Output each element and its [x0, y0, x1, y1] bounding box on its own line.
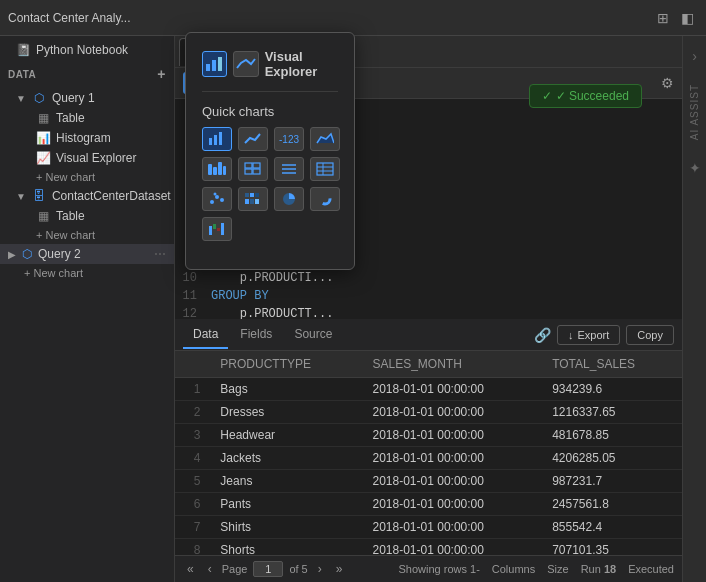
- svg-rect-5: [219, 132, 222, 145]
- row-num: 4: [175, 447, 208, 470]
- visual-explorer-title: Visual Explorer: [265, 49, 338, 79]
- svg-rect-17: [317, 163, 333, 175]
- svg-point-24: [214, 193, 217, 196]
- prev-page-btn[interactable]: ‹: [204, 560, 216, 578]
- svg-rect-8: [218, 162, 222, 175]
- svg-rect-6: [208, 164, 212, 175]
- ai-assist-panel: › AI ASSIST ✦: [682, 36, 706, 582]
- results-table-wrapper[interactable]: PRODUCTTYPE SALES_MONTH TOTAL_SALES 1 Ba…: [175, 351, 682, 555]
- cell-total-sales: 1216337.65: [540, 401, 682, 424]
- settings-icon-btn[interactable]: ⚙: [661, 75, 674, 91]
- sidebar-item-dataset[interactable]: ▼ 🗄 ContactCenterDataset: [0, 186, 174, 206]
- col-producttype[interactable]: PRODUCTTYPE: [208, 351, 360, 378]
- donut-chart-btn[interactable]: [310, 187, 340, 211]
- table1-icon: ▦: [36, 111, 50, 125]
- export-button[interactable]: ↓ Export: [557, 325, 620, 345]
- col-sales-month[interactable]: SALES_MONTH: [360, 351, 540, 378]
- svg-rect-12: [245, 169, 252, 174]
- sidebar-item-query2[interactable]: ▶ ⬡ Query 2 ⋯: [0, 244, 174, 264]
- line-chart-btn[interactable]: [238, 127, 268, 151]
- svg-rect-4: [214, 135, 217, 145]
- svg-point-21: [210, 200, 214, 204]
- collapse-right-btn[interactable]: ›: [688, 44, 701, 68]
- heatmap-chart-btn[interactable]: [238, 187, 268, 211]
- cell-total-sales: 4206285.05: [540, 447, 682, 470]
- columns-label: Columns: [492, 563, 535, 575]
- size-label: Size: [547, 563, 568, 575]
- tab-fields[interactable]: Fields: [230, 321, 282, 349]
- visual-explorer1-icon: 📈: [36, 151, 50, 165]
- executed-label: Executed: [628, 563, 674, 575]
- svg-rect-2: [218, 57, 222, 71]
- sidebar-item-visual-explorer1[interactable]: 📈 Visual Explorer: [0, 148, 174, 168]
- table-row: 6 Pants 2018-01-01 00:00:00 2457561.8: [175, 493, 682, 516]
- pag-info: Showing rows 1- Columns Size Run 18 Exec…: [398, 563, 674, 575]
- pivot-chart-btn[interactable]: [238, 157, 268, 181]
- query2-icon: ⬡: [22, 247, 32, 261]
- bar-chart-active-icon[interactable]: [202, 51, 227, 77]
- query2-more-icon[interactable]: ⋯: [154, 247, 166, 261]
- cell-sales-month: 2018-01-01 00:00:00: [360, 470, 540, 493]
- table-row: 8 Shorts 2018-01-01 00:00:00 707101.35: [175, 539, 682, 556]
- cell-total-sales: 707101.35: [540, 539, 682, 556]
- sidebar-add-chart2[interactable]: + New chart: [0, 226, 174, 244]
- sidebar-add-chart1[interactable]: + New chart: [0, 168, 174, 186]
- svg-rect-33: [213, 224, 216, 229]
- sidebar-add-chart3[interactable]: + New chart: [0, 264, 174, 282]
- list-chart-btn[interactable]: [274, 157, 304, 181]
- page-input[interactable]: [253, 561, 283, 577]
- sidebar-item-python-notebook[interactable]: 📓 Python Notebook: [0, 40, 174, 60]
- succeeded-check-icon: ✓: [542, 89, 552, 103]
- copy-button[interactable]: Copy: [626, 325, 674, 345]
- grid-icon-btn[interactable]: ⊞: [653, 6, 673, 30]
- results-tabs: Data Fields Source 🔗 ↓ Export Copy: [175, 319, 682, 351]
- cell-total-sales: 2457561.8: [540, 493, 682, 516]
- number-chart-btn[interactable]: -123: [274, 127, 304, 151]
- succeeded-badge: ✓ ✓ Succeeded: [529, 84, 642, 108]
- pie-chart-btn[interactable]: [274, 187, 304, 211]
- pagination-bar: « ‹ Page of 5 › » Showing rows 1- Column…: [175, 555, 682, 582]
- ai-assist-label: AI ASSIST: [689, 84, 700, 140]
- cell-producttype: Dresses: [208, 401, 360, 424]
- sidebar-item-table2[interactable]: ▦ Table: [0, 206, 174, 226]
- cell-producttype: Shirts: [208, 516, 360, 539]
- column-chart-btn[interactable]: [202, 157, 232, 181]
- last-page-btn[interactable]: »: [332, 560, 347, 578]
- bar-chart-btn[interactable]: [202, 127, 232, 151]
- cell-sales-month: 2018-01-01 00:00:00: [360, 447, 540, 470]
- scatter-chart-btn[interactable]: [202, 187, 232, 211]
- collapse-icon-btn[interactable]: ◧: [677, 6, 698, 30]
- query1-icon: ⬡: [32, 91, 46, 105]
- row-num: 2: [175, 401, 208, 424]
- chart-picker-popup: Visual Explorer Quick charts -123: [185, 32, 355, 270]
- waterfall-chart-btn[interactable]: [202, 217, 232, 241]
- dataset-arrow: ▼: [16, 191, 26, 202]
- svg-rect-0: [206, 64, 210, 71]
- tab-data[interactable]: Data: [183, 321, 228, 349]
- sidebar-item-histogram[interactable]: 📊 Histogram: [0, 128, 174, 148]
- add-data-btn[interactable]: +: [157, 66, 166, 82]
- link-icon-btn[interactable]: 🔗: [534, 327, 551, 343]
- notebook-icon: 📓: [16, 43, 30, 57]
- svg-rect-25: [245, 193, 249, 197]
- first-page-btn[interactable]: «: [183, 560, 198, 578]
- cell-sales-month: 2018-01-01 00:00:00: [360, 424, 540, 447]
- results-table: PRODUCTTYPE SALES_MONTH TOTAL_SALES 1 Ba…: [175, 351, 682, 555]
- run-value: 18: [604, 563, 616, 575]
- cell-total-sales: 987231.7: [540, 470, 682, 493]
- col-total-sales[interactable]: TOTAL_SALES: [540, 351, 682, 378]
- next-page-btn[interactable]: ›: [314, 560, 326, 578]
- tab-source[interactable]: Source: [284, 321, 342, 349]
- sidebar-item-table1[interactable]: ▦ Table: [0, 108, 174, 128]
- dataset-icon: 🗄: [32, 189, 46, 203]
- svg-rect-7: [213, 167, 217, 175]
- table-chart-btn[interactable]: [310, 157, 340, 181]
- sidebar-item-query1[interactable]: ▼ ⬡ Query 1: [0, 88, 174, 108]
- line-chart-icon-vis[interactable]: [233, 51, 258, 77]
- svg-rect-35: [221, 223, 224, 235]
- query2-label-group: ▶ ⬡ Query 2: [8, 247, 81, 261]
- sidebar: 📓 Python Notebook DATA + ▼ ⬡ Query 1 ▦ T…: [0, 36, 175, 582]
- cell-total-sales: 934239.6: [540, 378, 682, 401]
- ai-magic-btn[interactable]: ✦: [685, 156, 705, 180]
- area-chart-btn[interactable]: [310, 127, 340, 151]
